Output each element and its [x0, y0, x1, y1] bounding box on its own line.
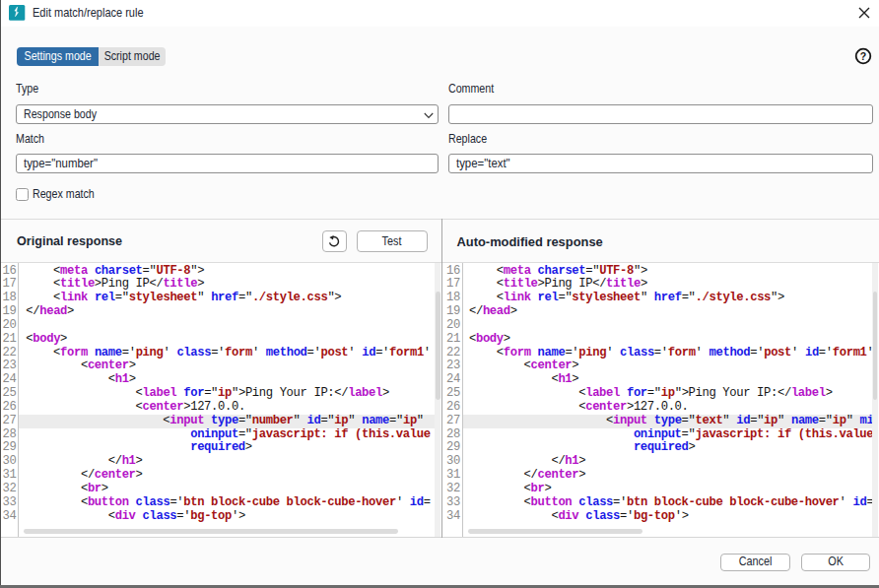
svg-text:?: ?	[859, 50, 865, 62]
